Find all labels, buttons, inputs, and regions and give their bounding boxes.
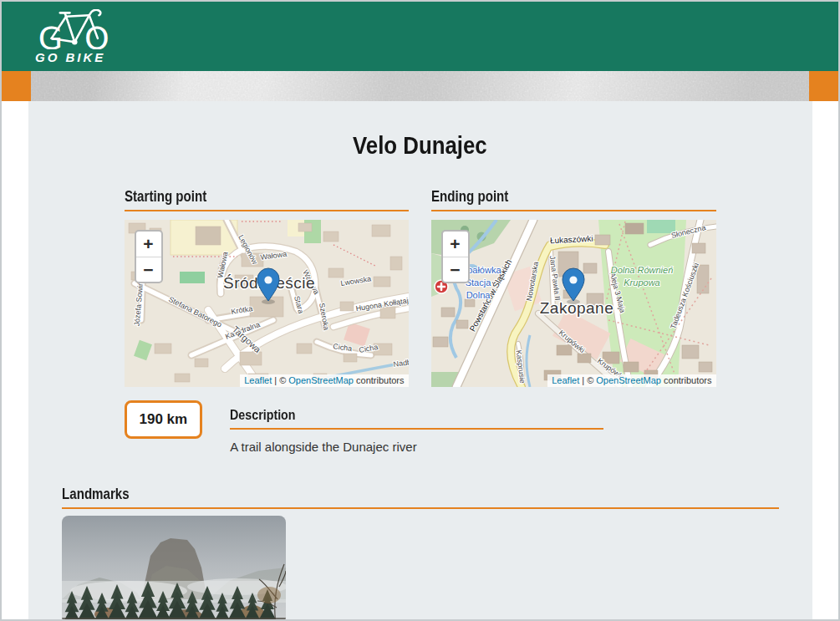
landmarks-section: Landmarks — [62, 486, 779, 619]
svg-text:Dolna: Dolna — [466, 290, 491, 300]
description-heading: Description — [230, 407, 603, 430]
end-map[interactable]: Łukaszówki Nowotarska Powstańców Śląskic… — [431, 220, 716, 387]
landmark-photo — [62, 516, 286, 619]
svg-text:Krupowa: Krupowa — [624, 277, 659, 288]
ending-point-heading: Ending point — [431, 188, 716, 211]
distance-badge: 190 km — [125, 400, 203, 439]
zoom-in-button[interactable]: + — [443, 232, 468, 257]
granite-texture — [31, 71, 809, 101]
accent-left — [2, 71, 31, 101]
zoom-out-button[interactable]: − — [443, 257, 468, 282]
header: G O GO BIKE — [2, 2, 838, 71]
osm-link[interactable]: OpenStreetMap — [596, 375, 661, 385]
description-text: A trail alongside the Dunajec river — [230, 440, 603, 454]
map-attribution: Leaflet|© OpenStreetMap contributors — [547, 374, 715, 387]
starting-point-section: Starting point — [125, 188, 409, 387]
zoom-in-button[interactable]: + — [136, 232, 161, 257]
svg-text:Dolna Równień: Dolna Równień — [610, 265, 673, 275]
ending-point-section: Ending point — [431, 188, 716, 387]
page-title: Velo Dunajec — [28, 131, 812, 160]
brand-text: GO BIKE — [35, 50, 105, 64]
leaflet-link[interactable]: Leaflet — [552, 375, 579, 385]
end-map-zoom-control: + − — [441, 230, 470, 283]
route-page: Velo Dunajec Starting point — [28, 101, 812, 619]
zoom-out-button[interactable]: − — [136, 257, 161, 282]
description-section: Description A trail alongside the Dunaje… — [230, 407, 603, 454]
landmarks-heading: Landmarks — [62, 486, 779, 509]
leaflet-link[interactable]: Leaflet — [244, 375, 272, 385]
svg-text:G: G — [38, 20, 63, 49]
starting-point-heading: Starting point — [125, 188, 409, 211]
logo[interactable]: G O GO BIKE — [35, 9, 115, 64]
app-window: G O GO BIKE Velo Dunajec Starting point — [0, 0, 840, 621]
bike-logo-icon: G O — [35, 9, 115, 49]
start-map[interactable]: Wałowa Wałowa Wałowa Śródmieście Stara S… — [125, 220, 409, 387]
svg-text:O: O — [84, 20, 109, 49]
osm-link[interactable]: OpenStreetMap — [288, 375, 354, 385]
start-map-zoom-control: + − — [135, 230, 163, 283]
accent-right — [809, 71, 838, 101]
hero-strip — [2, 71, 838, 101]
map-attribution: Leaflet|© OpenStreetMap contributors — [240, 374, 408, 387]
